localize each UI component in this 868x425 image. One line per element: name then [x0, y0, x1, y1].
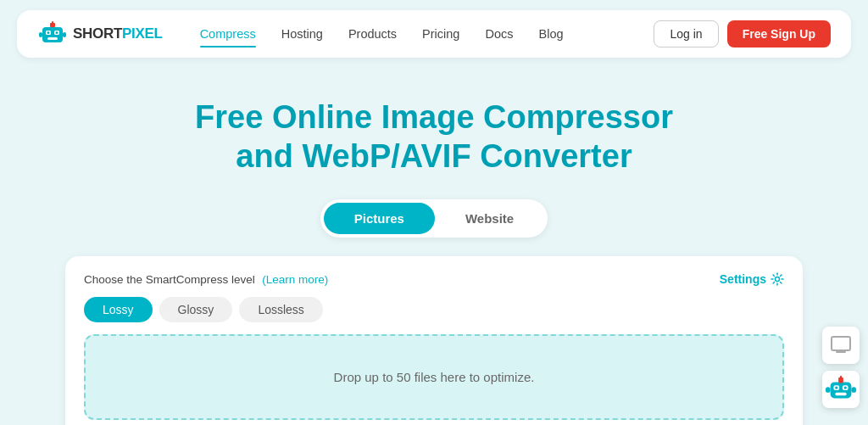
widget-robot-icon: [824, 372, 858, 407]
nav-links: Compress Hosting Products Pricing Docs B…: [188, 22, 654, 46]
login-button[interactable]: Log in: [654, 20, 718, 48]
comp-tab-glossy[interactable]: Glossy: [159, 297, 233, 322]
widget-box[interactable]: [822, 327, 860, 364]
svg-rect-6: [39, 32, 42, 37]
svg-rect-21: [851, 387, 856, 393]
logo[interactable]: SHORTPIXEL: [37, 19, 163, 49]
svg-rect-5: [52, 21, 53, 25]
svg-rect-20: [826, 387, 831, 393]
signup-button[interactable]: Free Sign Up: [727, 20, 831, 48]
floating-widget: [822, 327, 860, 408]
nav-link-products[interactable]: Products: [337, 22, 409, 46]
compress-card: Choose the SmartCompress level (Learn mo…: [65, 256, 803, 425]
nav-link-pricing[interactable]: Pricing: [410, 22, 471, 46]
svg-rect-14: [831, 382, 852, 398]
svg-point-10: [776, 277, 780, 282]
svg-rect-3: [47, 37, 58, 40]
dropzone-text: Drop up to 50 files here to optimize.: [334, 370, 535, 384]
svg-point-23: [844, 386, 847, 389]
tab-switcher: Pictures Website: [320, 199, 548, 238]
compress-level-row: Choose the SmartCompress level (Learn mo…: [84, 271, 784, 287]
tab-website[interactable]: Website: [435, 203, 544, 234]
nav-wrapper: SHORTPIXEL Compress Hosting Products Pri…: [0, 0, 868, 68]
svg-rect-19: [840, 376, 842, 379]
learn-more-link[interactable]: (Learn more): [262, 273, 328, 286]
nav-actions: Log in Free Sign Up: [654, 20, 831, 48]
settings-button[interactable]: Settings: [720, 272, 784, 286]
hero-section: Free Online Image Compressor and WebP/AV…: [0, 68, 868, 425]
widget-robot-box[interactable]: [822, 371, 860, 408]
logo-icon: [37, 19, 68, 49]
svg-rect-17: [835, 393, 846, 395]
svg-point-9: [56, 31, 58, 34]
widget-screen-icon: [829, 333, 853, 357]
comp-tab-lossless[interactable]: Lossless: [239, 297, 322, 322]
svg-rect-7: [63, 32, 66, 37]
comp-tab-lossy[interactable]: Lossy: [84, 297, 153, 322]
nav-link-hosting[interactable]: Hosting: [270, 22, 335, 46]
settings-label: Settings: [720, 272, 766, 286]
nav-link-docs[interactable]: Docs: [473, 22, 525, 46]
settings-icon: [771, 272, 784, 286]
drop-zone[interactable]: Drop up to 50 files here to optimize.: [84, 334, 784, 420]
hero-title: Free Online Image Compressor and WebP/AV…: [17, 98, 851, 176]
svg-point-8: [47, 31, 50, 34]
svg-rect-11: [832, 337, 850, 350]
compress-level-label: Choose the SmartCompress level: [84, 273, 255, 286]
compression-tabs: Lossy Glossy Lossless: [84, 297, 323, 322]
svg-rect-0: [42, 27, 63, 42]
navbar: SHORTPIXEL Compress Hosting Products Pri…: [17, 10, 851, 58]
compress-level-info: Choose the SmartCompress level (Learn mo…: [84, 271, 328, 287]
logo-short: SHORT: [73, 25, 122, 42]
logo-pixel: PIXEL: [122, 25, 163, 42]
nav-link-compress[interactable]: Compress: [188, 22, 268, 46]
nav-link-blog[interactable]: Blog: [526, 22, 575, 46]
svg-point-22: [835, 386, 837, 389]
tab-pictures[interactable]: Pictures: [324, 203, 435, 234]
